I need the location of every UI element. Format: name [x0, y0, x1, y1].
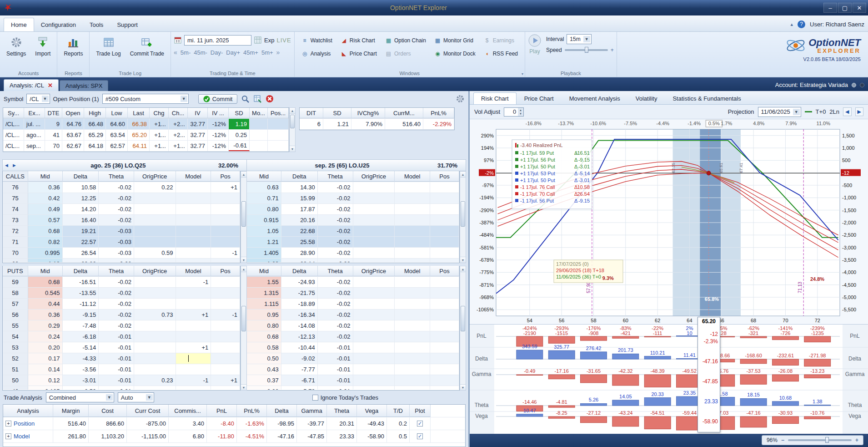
cell[interactable]: -9.15 [63, 310, 99, 320]
cell[interactable]: +1 [211, 375, 240, 386]
column-header[interactable]: OrigPrice [353, 171, 395, 182]
tab-analysis-cl[interactable]: Analysis: /CL✕ [4, 79, 59, 91]
cell[interactable] [395, 299, 430, 309]
cell[interactable] [430, 237, 459, 247]
strike-cell[interactable]: 49 [3, 386, 28, 390]
ribbon-item-analysis[interactable]: ◎Analysis [297, 47, 336, 60]
windows-more-icon[interactable]: ▾ [522, 72, 523, 76]
cell[interactable]: 0.59 [134, 248, 176, 258]
export-grid-icon[interactable] [253, 94, 262, 103]
calls-row[interactable]: 1.6332.14-0.03 [247, 259, 459, 262]
cell[interactable]: -5.14 [63, 342, 99, 353]
column-header[interactable]: Theta [318, 171, 353, 182]
scroll-up-icon[interactable]: ▲ [241, 172, 246, 178]
cell[interactable] [134, 299, 176, 309]
scroll-down-icon[interactable]: ▼ [241, 257, 246, 263]
cell[interactable] [395, 320, 430, 331]
scroll-down-icon[interactable]: ▼ [241, 384, 246, 390]
row-name[interactable]: Position [14, 420, 35, 427]
projection-next-icon[interactable]: ▶ [855, 107, 863, 116]
cell[interactable]: -0.02 [318, 310, 353, 320]
cell[interactable]: 12.25 [63, 193, 99, 203]
cell[interactable] [134, 353, 176, 364]
cell[interactable] [430, 386, 459, 390]
cell[interactable] [211, 353, 240, 364]
play-button[interactable]: Play [528, 34, 542, 56]
cell[interactable]: 0.44 [28, 299, 63, 309]
cell[interactable]: -0.02 [99, 310, 134, 320]
cell[interactable] [430, 193, 459, 203]
settings-button[interactable]: Settings [3, 34, 30, 58]
cell[interactable] [430, 299, 459, 309]
column-header[interactable]: Ex... [24, 108, 45, 118]
tab-volatility[interactable]: Volatility [628, 92, 665, 104]
trading-date-input[interactable]: mi. 11 jun. 2025 [184, 35, 251, 46]
cell[interactable] [134, 288, 176, 298]
cell[interactable] [176, 320, 211, 331]
cell[interactable]: 14.20 [63, 204, 99, 214]
cell[interactable] [176, 288, 211, 298]
puts-row[interactable]: 510.14-3.56-0.01 [3, 364, 240, 375]
cell[interactable]: -0.03 [318, 259, 353, 262]
cell[interactable] [134, 259, 176, 262]
cell[interactable] [176, 248, 211, 258]
column-header[interactable]: Commis... [169, 405, 207, 417]
cell[interactable]: -0.01 [318, 342, 353, 353]
puts-row[interactable]: 1.115-18.89-0.02 [247, 299, 459, 310]
cell[interactable]: 0.82 [28, 237, 63, 247]
cell[interactable] [430, 353, 459, 364]
cell[interactable] [353, 310, 395, 320]
cell[interactable] [134, 226, 176, 236]
chain-scrollbar[interactable]: ▲▼ [241, 266, 247, 391]
date-picker-icon[interactable] [254, 36, 262, 44]
cell[interactable] [176, 204, 211, 214]
cell[interactable] [211, 277, 240, 287]
calls-row[interactable]: 1.2125.58-0.02 [247, 237, 459, 248]
cell[interactable] [353, 193, 395, 203]
calls-row[interactable]: 710.8222.57-0.03 [3, 237, 240, 248]
ribbon-item-option-chain[interactable]: ▦Option Chain [381, 34, 430, 47]
cell[interactable] [176, 182, 211, 193]
cell[interactable]: -0.02 [318, 193, 353, 203]
calls-row[interactable]: 740.4914.20-0.02 [3, 204, 240, 215]
cell[interactable]: 0.995 [28, 248, 63, 258]
editing-cell[interactable] [176, 353, 211, 364]
puts-row[interactable]: 540.24-6.18-0.01 [3, 331, 240, 342]
tab-price-chart[interactable]: Price Chart [517, 92, 562, 104]
cell[interactable]: -0.01 [99, 386, 134, 390]
puts-row[interactable]: 560.36-9.15-0.020.73+1-1 [3, 310, 240, 320]
cell[interactable]: -3.56 [63, 364, 99, 375]
ribbon-item-rss-feed[interactable]: ◖RSS Feed [480, 47, 522, 60]
help-icon[interactable]: ? [798, 20, 805, 28]
column-header[interactable]: Mid [247, 266, 281, 276]
cell[interactable] [430, 375, 459, 386]
puts-row[interactable]: 1.55-24.93-0.02 [247, 277, 459, 288]
cell[interactable]: -4.33 [63, 353, 99, 364]
strategy-combo[interactable]: #509 Custom▼ [102, 94, 189, 104]
projection-prev-icon[interactable]: ◀ [843, 107, 851, 116]
cell[interactable]: -0.03 [99, 259, 134, 262]
strike-cell[interactable]: 70 [3, 248, 28, 258]
column-header[interactable]: Mid [28, 266, 63, 276]
cell[interactable]: -0.01 [318, 386, 353, 390]
cell[interactable]: 0.68 [247, 331, 281, 342]
cell[interactable]: -0.01 [99, 331, 134, 342]
puts-row[interactable]: 0.58-10.44-0.01 [247, 342, 459, 353]
cell[interactable]: 19.21 [63, 226, 99, 236]
cell[interactable]: 0.22 [134, 182, 176, 193]
plot-checkbox[interactable]: ✓ [417, 433, 423, 439]
symbol-combo[interactable]: /CL▼ [26, 94, 50, 104]
step-day-[interactable]: Day- [211, 49, 223, 56]
calls-row[interactable]: 730.5716.40-0.02 [3, 215, 240, 226]
cell[interactable] [395, 331, 430, 342]
step-day-[interactable]: Day+ [226, 49, 240, 56]
trade-log-button[interactable]: Trade Log [92, 34, 124, 58]
tab-statistics-fundamentals[interactable]: Statistics & Fundamentals [665, 92, 748, 104]
cell[interactable]: -0.02 [99, 288, 134, 298]
cell[interactable]: -7.77 [281, 364, 318, 375]
puts-row[interactable]: 580.545-13.55-0.02 [3, 288, 240, 299]
minimize-button[interactable]: – [823, 3, 837, 13]
analysis-row[interactable]: +Position516.40866.60-875.003.40-8.40-1.… [3, 417, 465, 430]
cell[interactable]: -0.02 [318, 182, 353, 193]
cell[interactable]: -13.55 [63, 288, 99, 298]
